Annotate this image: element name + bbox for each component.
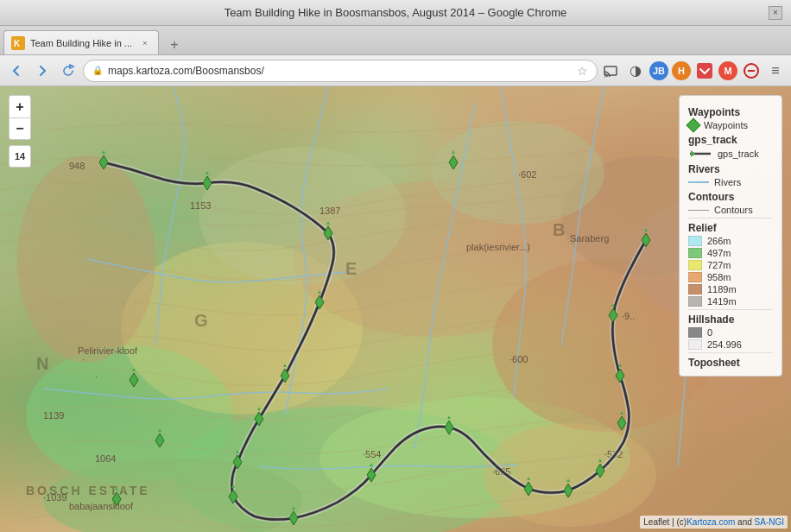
pocket-icon <box>697 63 712 79</box>
back-icon <box>10 65 22 77</box>
legend-hillshade-title: Hillshade <box>688 314 773 326</box>
window-title-bar: Team Building Hike in Boosmansbos, Augus… <box>0 0 791 26</box>
bookmark-icon[interactable]: ☆ <box>577 64 588 78</box>
legend-rivers-item: Rivers <box>688 177 773 187</box>
relief-swatch <box>688 272 702 282</box>
and-text: and <box>735 517 754 527</box>
address-text: maps.kartoza.com/Boosmansbos/ <box>108 65 572 77</box>
tab-bar: K Team Building Hike in ... × + <box>0 26 791 55</box>
legend-rivers-label: Rivers <box>714 177 741 187</box>
new-tab-button[interactable]: + <box>162 35 187 54</box>
jb-extension-icon[interactable]: JB <box>649 61 668 80</box>
relief-item: 1419m <box>688 296 773 307</box>
legend-relief-title: Relief <box>688 222 773 234</box>
relief-items: 266m497m727m958m1189m1419m <box>688 236 773 307</box>
legend-divider-2 <box>688 309 773 310</box>
reload-button[interactable] <box>57 60 79 82</box>
tab-favicon: K <box>11 36 25 50</box>
kartoza-link[interactable]: Kartoza.com <box>687 517 735 527</box>
sangi-link[interactable]: SA-NGI <box>755 517 784 527</box>
legend-contours-label: Contours <box>714 205 753 215</box>
hillshade-label: 254.996 <box>707 339 742 350</box>
legend-gps-track-title: gps_track <box>688 134 773 146</box>
hillshade-items: 0254.996 <box>688 327 773 350</box>
legend-divider-3 <box>688 352 773 353</box>
map-attribution: Leaflet | (c)Kartoza.com and SA-NGI <box>640 516 788 529</box>
zoom-level-badge: 14 <box>9 145 31 168</box>
hillshade-label: 0 <box>707 327 712 338</box>
relief-label: 727m <box>707 260 731 270</box>
legend-waypoints-title: Waypoints <box>688 106 773 118</box>
forward-button[interactable] <box>31 60 54 82</box>
tab-label: Team Building Hike in ... <box>30 38 134 48</box>
navigation-bar: 🔒 maps.kartoza.com/Boosmansbos/ ☆ ◑ JB H… <box>0 55 791 86</box>
relief-item: 958m <box>688 272 773 282</box>
hillshade-item: 254.996 <box>688 339 773 350</box>
legend-toposheet: Toposheet <box>688 357 773 369</box>
forward-icon <box>36 65 48 77</box>
tab-close-button[interactable]: × <box>139 37 151 49</box>
map-container[interactable]: 948 1153 1387 plak(iesrivier...) ·554 ·6… <box>0 86 791 532</box>
leaflet-attribution: Leaflet | (c) <box>643 517 687 527</box>
relief-label: 1189m <box>707 284 737 294</box>
h-extension-icon[interactable]: H <box>672 61 691 80</box>
relief-swatch <box>688 260 702 270</box>
window-close-button[interactable]: × <box>769 6 782 20</box>
contours-legend-icon <box>688 210 709 211</box>
address-bar[interactable]: 🔒 maps.kartoza.com/Boosmansbos/ ☆ <box>83 60 598 82</box>
stop-icon <box>744 63 759 79</box>
relief-label: 266m <box>707 236 731 246</box>
svg-text:K: K <box>14 39 21 48</box>
relief-item: 727m <box>688 260 773 270</box>
moon-icon: ◑ <box>630 62 642 79</box>
zoom-in-button[interactable]: + <box>9 95 31 117</box>
legend-contours-title: Contours <box>688 191 773 203</box>
legend-waypoints-label: Waypoints <box>704 120 748 130</box>
window-title: Team Building Hike in Boosmansbos, Augus… <box>225 6 567 19</box>
gps-track-svg <box>0 86 791 532</box>
theme-button[interactable]: ◑ <box>625 60 646 81</box>
relief-item: 1189m <box>688 284 773 294</box>
legend-gps-track-label: gps_track <box>718 149 759 159</box>
stop-button[interactable] <box>741 60 762 81</box>
back-button[interactable] <box>5 60 28 82</box>
svg-rect-2 <box>604 66 617 75</box>
legend-rivers-title: Rivers <box>688 163 773 175</box>
relief-label: 958m <box>707 272 731 282</box>
relief-item: 497m <box>688 248 773 258</box>
relief-swatch <box>688 248 702 258</box>
relief-item: 266m <box>688 236 773 246</box>
legend-panel: Waypoints Waypoints gps_track gps_track … <box>679 95 782 377</box>
pocket-button[interactable] <box>694 60 715 81</box>
relief-swatch <box>688 296 702 307</box>
rivers-legend-icon <box>688 181 709 183</box>
menu-button[interactable]: ≡ <box>765 60 786 81</box>
waypoints <box>99 150 650 532</box>
relief-label: 1419m <box>707 296 737 307</box>
zoom-out-button[interactable]: − <box>9 117 31 140</box>
cast-icon <box>604 64 619 78</box>
hillshade-swatch <box>688 327 702 338</box>
legend-gps-track-item: gps_track <box>688 148 773 160</box>
relief-label: 497m <box>707 248 731 258</box>
zoom-controls: + − <box>9 95 31 140</box>
svg-rect-3 <box>697 63 712 79</box>
legend-divider-1 <box>688 218 773 218</box>
reload-icon <box>61 64 75 78</box>
legend-waypoints-item: Waypoints <box>688 120 773 130</box>
nav-icons-right: ◑ JB H M ≡ <box>601 60 786 81</box>
relief-swatch <box>688 284 702 294</box>
waypoint-legend-icon <box>687 118 701 133</box>
legend-contours-item: Contours <box>688 205 773 215</box>
active-tab[interactable]: K Team Building Hike in ... × <box>3 30 159 54</box>
gps-track-legend-icon <box>688 148 712 160</box>
hillshade-swatch <box>688 339 702 350</box>
cast-button[interactable] <box>601 60 622 81</box>
m-extension-icon[interactable]: M <box>718 61 737 80</box>
relief-swatch <box>688 236 702 246</box>
security-icon: 🔒 <box>92 66 103 75</box>
hillshade-item: 0 <box>688 327 773 338</box>
